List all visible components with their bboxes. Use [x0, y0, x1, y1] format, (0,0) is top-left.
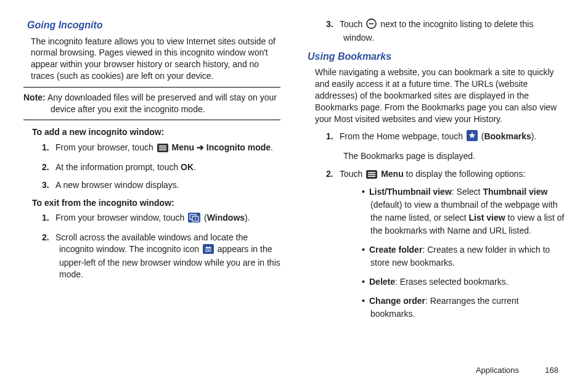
list-item: 3.A new browser window displays.: [42, 179, 280, 191]
step-text: .: [271, 142, 273, 152]
ok-label: OK: [181, 162, 194, 172]
list-item: 1.From the Home webpage, touch (Bookmark…: [326, 130, 565, 144]
svg-rect-18: [368, 174, 375, 175]
step-text: ).: [245, 213, 250, 223]
list-item: 2.Touch Menu to display the following op…: [326, 168, 565, 321]
svg-rect-3: [159, 149, 166, 150]
list-item: 1.From your browser, touch Menu ➔ Incogn…: [42, 142, 280, 155]
note-text: Any downloaded files will be preserved a…: [46, 92, 277, 114]
menu-icon: [157, 144, 168, 155]
list-item: •Change order: Rearranges the current bo…: [362, 295, 565, 321]
step-number: 2.: [326, 168, 340, 180]
option-name: Create folder: [369, 245, 422, 255]
thumbnail-view-label: Thumbnail view: [483, 187, 547, 197]
heading-using-bookmarks: Using Bookmarks: [308, 50, 565, 63]
step-number: 1.: [326, 131, 340, 142]
svg-rect-17: [368, 172, 375, 173]
step-text: At the information prompt, touch: [55, 162, 181, 172]
step-text: Touch: [340, 169, 365, 179]
svg-rect-19: [368, 176, 375, 177]
list-item: •List/Thumbnail view: Select Thumbnail v…: [362, 186, 565, 237]
list-bookmarks: 1.From the Home webpage, touch (Bookmark…: [326, 130, 565, 144]
svg-rect-8: [203, 244, 214, 254]
step-text: Touch: [340, 19, 365, 29]
step-number: 2.: [42, 161, 55, 173]
list-add-incognito: 1.From your browser, touch Menu ➔ Incogn…: [42, 142, 280, 191]
step-number: 3.: [42, 179, 55, 191]
page-footer: Applications168: [23, 365, 565, 376]
menu-label: Menu: [381, 169, 404, 179]
step-text: A new browser window displays.: [55, 180, 179, 190]
bookmarks-intro: While navigating a website, you can book…: [315, 67, 565, 125]
step-text: From your browser, touch: [55, 142, 156, 152]
windows-icon: 2: [188, 213, 200, 226]
page-columns: Going Incognito The incognito feature al…: [23, 18, 565, 364]
incognito-intro: The incognito feature allows you to view…: [31, 36, 280, 83]
bookmarks-label: Bookmarks: [484, 131, 531, 141]
step-number: 2.: [42, 232, 55, 243]
step-number: 3.: [326, 18, 340, 30]
step-text: (: [202, 213, 207, 223]
subhead-add-incognito: To add a new incognito window:: [32, 126, 280, 138]
note-label: Note:: [23, 92, 46, 102]
bullet-icon: •: [362, 276, 369, 288]
list-item: 3.Touch next to the incognito listing to…: [326, 18, 565, 44]
list-exit-incognito: 1.From your browser window, touch 2 (Win…: [42, 212, 280, 280]
right-column: 3.Touch next to the incognito listing to…: [308, 18, 565, 364]
bookmarks-icon: [467, 130, 478, 144]
option-name: Change order: [369, 296, 425, 306]
step-text: .: [194, 162, 196, 172]
heading-going-incognito: Going Incognito: [27, 18, 280, 32]
step-text: to display the following options:: [404, 169, 526, 179]
bullet-icon: •: [362, 186, 369, 198]
list-item: 1.From your browser window, touch 2 (Win…: [42, 212, 280, 226]
svg-rect-1: [159, 145, 166, 147]
step-number: 1.: [42, 142, 55, 153]
bookmarks-page-displayed: The Bookmarks page is displayed.: [343, 150, 565, 162]
menu-label: Menu: [172, 142, 195, 152]
menu-icon: [366, 170, 377, 182]
step-number: 1.: [42, 212, 55, 224]
note-block: Note: Any downloaded files will be prese…: [23, 87, 280, 120]
list-view-label: List view: [469, 213, 505, 223]
windows-label: Windows: [207, 213, 245, 223]
bullet-icon: •: [362, 243, 369, 256]
option-name: Delete: [369, 277, 395, 287]
list-item: 2.Scroll across the available windows an…: [42, 232, 280, 280]
minus-circle-icon: [366, 18, 377, 32]
option-text: : Erases selected bookmarks.: [395, 277, 508, 287]
incognito-icon: [203, 244, 214, 257]
svg-rect-2: [159, 147, 166, 149]
option-name: List/Thumbnail view: [369, 187, 452, 197]
bullet-icon: •: [362, 295, 369, 308]
step-text: From your browser window, touch: [55, 213, 187, 223]
menu-options-list: •List/Thumbnail view: Select Thumbnail v…: [362, 186, 565, 321]
arrow-icon: ➔: [194, 142, 206, 152]
incognito-mode-label: Incognito mode: [206, 142, 271, 152]
footer-section: Applications: [476, 365, 519, 375]
list-item: 2.At the information prompt, touch OK.: [42, 161, 280, 173]
page-number: 168: [534, 365, 558, 376]
list-item: •Create folder: Creates a new folder in …: [362, 243, 565, 269]
step-text: From the Home webpage, touch: [340, 131, 465, 141]
subhead-exit-incognito: To exit from the incognito window:: [32, 197, 280, 209]
option-text: : Select: [452, 187, 483, 197]
list-item: •Delete: Erases selected bookmarks.: [362, 276, 565, 288]
step-text: ).: [531, 131, 537, 141]
list-bookmarks-2: 2.Touch Menu to display the following op…: [326, 168, 565, 321]
left-column: Going Incognito The incognito feature al…: [23, 18, 280, 364]
list-exit-incognito-cont: 3.Touch next to the incognito listing to…: [326, 18, 565, 44]
